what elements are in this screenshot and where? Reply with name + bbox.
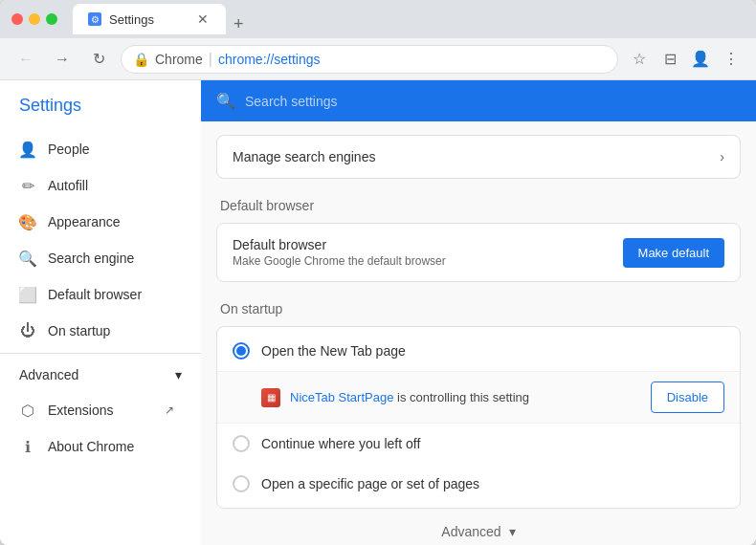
extension-text: NiceTab StartPage is controlling this se… — [290, 390, 641, 404]
search-bar: 🔍 — [201, 80, 756, 121]
sidebar-label-autofill: Autofill — [48, 178, 88, 193]
default-browser-sub: Make Google Chrome the default browser — [233, 254, 611, 268]
window-controls — [11, 13, 57, 25]
startup-label-continue: Continue where you left off — [261, 436, 420, 451]
advanced-footer[interactable]: Advanced ▾ — [216, 509, 741, 545]
new-tab-button[interactable]: + — [226, 14, 252, 34]
search-engine-icon: 🔍 — [19, 250, 36, 267]
sidebar-label-people: People — [48, 142, 90, 157]
extension-notice: NiceTab StartPage is controlling this se… — [217, 371, 740, 424]
toolbar-icons: ☆ ⊟ 👤 ⋮ — [626, 46, 745, 73]
search-bar-icon: 🔍 — [216, 92, 235, 110]
content-area: Manage search engines › Default browser … — [201, 135, 756, 545]
default-browser-item: Default browser Make Google Chrome the d… — [217, 224, 740, 281]
default-browser-icon: ⬜ — [19, 286, 36, 303]
address-bar: ← → ↻ 🔒 Chrome | chrome://settings ☆ ⊟ 👤… — [0, 38, 756, 80]
advanced-chevron-icon: ▾ — [175, 367, 182, 382]
extension-link[interactable]: NiceTab StartPage — [290, 390, 393, 404]
manage-engines-card: Manage search engines › — [216, 135, 741, 179]
url-divider: | — [209, 51, 212, 68]
autofill-icon: ✏ — [19, 177, 36, 194]
startup-label-specific: Open a specific page or set of pages — [261, 476, 479, 491]
make-default-button[interactable]: Make default — [623, 238, 724, 268]
sidebar-label-search-engine: Search engine — [48, 251, 134, 266]
appearance-icon: 🎨 — [19, 213, 36, 230]
startup-card: Open the New Tab page NiceTab StartPage … — [216, 326, 741, 509]
sidebar-divider — [0, 353, 201, 354]
forward-button[interactable]: → — [48, 45, 77, 74]
search-input[interactable] — [245, 94, 741, 109]
menu-icon[interactable]: ⋮ — [718, 46, 745, 73]
manage-engines-item[interactable]: Manage search engines › — [217, 136, 740, 178]
sidebar-title: Settings — [0, 80, 201, 131]
tab-favicon-icon — [88, 12, 101, 26]
radio-new-tab-icon — [233, 342, 250, 360]
active-tab[interactable]: Settings ✕ — [73, 4, 226, 34]
sidebar-label-extensions: Extensions — [48, 403, 113, 418]
manage-engines-text: Manage search engines — [233, 149, 708, 164]
sidebar-item-default-browser[interactable]: ⬜ Default browser — [0, 276, 193, 313]
main-panel: 🔍 Manage search engines › Default browse… — [201, 80, 756, 545]
sidebar-item-search-engine[interactable]: 🔍 Search engine — [0, 240, 193, 276]
default-browser-card: Default browser Make Google Chrome the d… — [216, 223, 741, 282]
on-startup-icon: ⏻ — [19, 322, 36, 339]
tab-close-icon[interactable]: ✕ — [195, 11, 211, 27]
radio-specific-icon — [233, 475, 250, 492]
chrome-label: Chrome — [155, 52, 203, 67]
account-icon[interactable]: 👤 — [687, 46, 714, 73]
default-browser-title: Default browser — [233, 237, 611, 252]
back-button[interactable]: ← — [11, 45, 40, 74]
maximize-button[interactable] — [46, 13, 57, 25]
tab-title: Settings — [109, 12, 188, 27]
manage-engines-arrow-icon: › — [720, 149, 724, 164]
default-browser-section: Default browser Default browser Make Goo… — [216, 198, 741, 282]
refresh-button[interactable]: ↻ — [84, 45, 113, 74]
sidebar-advanced[interactable]: Advanced ▾ — [0, 358, 201, 392]
url-text: chrome://settings — [218, 52, 321, 67]
extensions-icon: ⬡ — [19, 402, 36, 419]
sidebar-label-about: About Chrome — [48, 439, 134, 454]
default-browser-section-title: Default browser — [216, 198, 741, 213]
cast-icon[interactable]: ⊟ — [656, 46, 683, 73]
extension-icon — [261, 388, 280, 407]
sidebar-label-appearance: Appearance — [48, 214, 121, 229]
extensions-external-icon: ↗ — [165, 403, 174, 417]
sidebar-item-autofill[interactable]: ✏ Autofill — [0, 167, 193, 204]
startup-label-new-tab: Open the New Tab page — [261, 343, 406, 359]
disable-extension-button[interactable]: Disable — [651, 382, 724, 413]
on-startup-section: On startup Open the New Tab page NiceTab… — [216, 301, 741, 509]
advanced-footer-label: Advanced — [441, 524, 500, 539]
manage-engines-title: Manage search engines — [233, 149, 708, 164]
sidebar-item-people[interactable]: 👤 People — [0, 131, 193, 167]
default-browser-text: Default browser Make Google Chrome the d… — [233, 237, 611, 268]
startup-option-continue[interactable]: Continue where you left off — [217, 424, 740, 464]
sidebar-item-extensions[interactable]: ⬡ Extensions ↗ — [0, 392, 193, 428]
sidebar-label-on-startup: On startup — [48, 323, 110, 338]
tab-bar: Settings ✕ + — [73, 4, 745, 34]
sidebar-item-appearance[interactable]: 🎨 Appearance — [0, 204, 193, 240]
advanced-label: Advanced — [19, 367, 78, 382]
sidebar-item-about[interactable]: ℹ About Chrome — [0, 428, 193, 465]
radio-continue-icon — [233, 435, 250, 452]
on-startup-section-title: On startup — [216, 301, 741, 316]
startup-option-specific[interactable]: Open a specific page or set of pages — [217, 464, 740, 504]
sidebar-item-on-startup[interactable]: ⏻ On startup — [0, 313, 193, 349]
advanced-footer-arrow-icon: ▾ — [509, 524, 516, 539]
bookmark-icon[interactable]: ☆ — [626, 46, 653, 73]
secure-icon: 🔒 — [133, 52, 149, 67]
url-bar[interactable]: 🔒 Chrome | chrome://settings — [121, 45, 618, 74]
close-button[interactable] — [11, 13, 23, 25]
title-bar: Settings ✕ + — [0, 0, 756, 38]
sidebar: Settings 👤 People ✏ Autofill 🎨 Appearanc… — [0, 80, 201, 545]
content-wrapper: Settings 👤 People ✏ Autofill 🎨 Appearanc… — [0, 80, 756, 545]
people-icon: 👤 — [19, 141, 36, 158]
sidebar-label-default-browser: Default browser — [48, 287, 142, 302]
startup-option-new-tab[interactable]: Open the New Tab page — [217, 331, 740, 371]
about-chrome-icon: ℹ — [19, 438, 36, 455]
minimize-button[interactable] — [29, 13, 40, 25]
